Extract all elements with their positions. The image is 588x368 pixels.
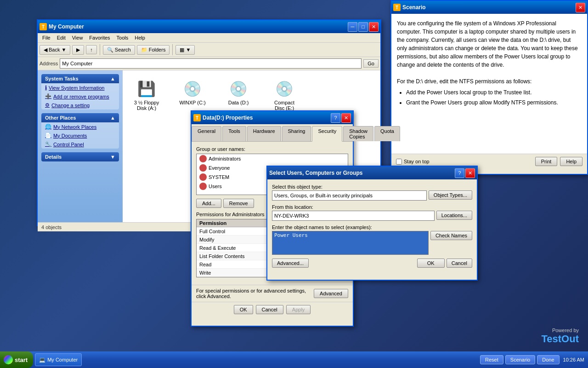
tab-sharing[interactable]: Sharing (282, 126, 311, 141)
drive-e-icon: 💿 (273, 78, 295, 100)
data-properties-titlebar[interactable]: T Data(D:) Properties ? ✕ (192, 111, 353, 124)
scenario-body: You are configuring the file system of a… (391, 14, 587, 154)
everyone-icon (199, 164, 207, 172)
sidebar-network[interactable]: 🌐 My Network Places (41, 122, 119, 131)
object-types-button[interactable]: Object Types... (429, 190, 472, 200)
start-button[interactable]: start (0, 351, 33, 368)
help-button[interactable]: Help (560, 157, 582, 166)
remove-button[interactable]: Remove (223, 199, 254, 208)
stay-on-top-checkbox[interactable] (396, 159, 402, 165)
names-textarea[interactable]: Power Users (272, 231, 429, 255)
scenario-titlebar[interactable]: T Scenario ✕ (391, 1, 587, 14)
data-properties-icon: T (193, 114, 201, 121)
menu-bar: File Edit View Favorites Tools Help (38, 33, 380, 43)
drive-e[interactable]: 💿 CompactDisc (E:) (266, 76, 303, 113)
data-props-help-button[interactable]: ? (331, 113, 340, 123)
object-type-input[interactable] (272, 190, 427, 201)
scenario-instructions: For the D:\ drive, edit the NTFS permiss… (397, 77, 582, 86)
my-computer-icon: T (40, 23, 47, 30)
advanced-select-button[interactable]: Advanced... (272, 259, 309, 268)
sidebar-documents[interactable]: 📄 My Documents (41, 131, 119, 140)
system-tasks-header[interactable]: System Tasks ▲ (41, 74, 119, 83)
sidebar-control-panel[interactable]: 🔧 Control Panel (41, 140, 119, 149)
back-button[interactable]: ◀ Back ▼ (40, 45, 70, 55)
administrators-icon (199, 155, 207, 162)
scenario-close-button[interactable]: ✕ (576, 3, 585, 12)
data-props-close-button[interactable]: ✕ (341, 113, 351, 123)
done-button[interactable]: Done (537, 355, 559, 364)
select-users-cancel-button[interactable]: Cancel (447, 259, 472, 268)
scenario-button[interactable]: Scenario (505, 355, 535, 364)
taskbar-computer-icon: 💻 (39, 357, 45, 363)
menu-edit[interactable]: Edit (54, 34, 68, 41)
print-button[interactable]: Print (535, 157, 558, 166)
sidebar-view-system[interactable]: ℹ View System Information (41, 83, 119, 92)
maximize-button[interactable]: □ (358, 22, 368, 32)
scenario-buttons: Print Help (535, 157, 582, 166)
scenario-bullet-1: Add the Power Users local group to the T… (406, 88, 582, 97)
names-label: Enter the object names to select (exampl… (272, 224, 472, 230)
select-users-help-button[interactable]: ? (455, 168, 464, 178)
up-button[interactable]: ↑ (86, 45, 97, 54)
sidebar: System Tasks ▲ ℹ View System Information… (38, 70, 123, 222)
my-computer-titlebar[interactable]: T My Computer ─ □ ✕ (38, 20, 380, 33)
scenario-controls: ✕ (576, 3, 585, 12)
list-item-administrators[interactable]: Administrators (197, 154, 348, 163)
data-props-ok-button[interactable]: OK (234, 305, 253, 314)
desktop: T My Computer ─ □ ✕ File Edit View Favor… (0, 0, 588, 368)
reset-button[interactable]: Reset (480, 355, 503, 364)
folders-button[interactable]: 📁 Folders (137, 45, 170, 55)
close-button[interactable]: ✕ (369, 22, 379, 32)
check-names-button[interactable]: Check Names (430, 231, 472, 240)
select-users-dialog: Select Users, Computers or Groups ? ✕ Se… (266, 166, 478, 281)
scenario-bullets: Add the Power Users local group to the T… (397, 88, 582, 107)
forward-button[interactable]: ▶ (72, 45, 84, 55)
object-type-group: Select this object type: Object Types... (272, 184, 472, 201)
drive-c[interactable]: 💿 WINXP (C:) (174, 76, 211, 113)
system-icon (199, 173, 207, 181)
details-header[interactable]: Details ▼ (41, 152, 119, 161)
add-button[interactable]: Add... (196, 199, 221, 208)
out-text: Out (561, 333, 579, 345)
menu-favorites[interactable]: Favorites (86, 34, 113, 41)
stay-on-top-label[interactable]: Stay on top (396, 159, 430, 165)
data-props-cancel-button[interactable]: Cancel (256, 305, 283, 314)
menu-help[interactable]: Help (132, 34, 148, 41)
drive-floppy[interactable]: 💾 3 ½ FloppyDisk (A:) (128, 76, 165, 113)
go-button[interactable]: Go (363, 59, 379, 68)
drive-d-label: Data (D:) (228, 100, 249, 105)
tab-quota[interactable]: Quota (374, 126, 400, 141)
tab-tools[interactable]: Tools (222, 126, 246, 141)
other-places-section: Other Places ▲ 🌐 My Network Places 📄 My … (41, 113, 119, 149)
address-input[interactable] (60, 58, 362, 69)
advanced-button[interactable]: Advanced (314, 289, 348, 298)
sidebar-change-setting[interactable]: ⚙ Change a setting (41, 101, 119, 109)
back-arrow-icon: ◀ (44, 47, 47, 53)
system-tasks-section: System Tasks ▲ ℹ View System Information… (41, 74, 119, 109)
testout-branding: Powered by TestOut (542, 328, 579, 345)
select-users-controls: ? ✕ (455, 168, 475, 178)
data-props-apply-button[interactable]: Apply (286, 305, 311, 314)
tab-shadow-copies[interactable]: Shadow Copies (343, 126, 373, 141)
tab-general[interactable]: General (192, 126, 221, 141)
tab-security[interactable]: Security (312, 126, 342, 142)
select-users-close-button[interactable]: ✕ (465, 168, 475, 178)
chevron-up-icon2: ▲ (110, 115, 115, 121)
views-button[interactable]: ▦ ▼ (175, 45, 195, 55)
menu-file[interactable]: File (40, 34, 53, 41)
location-input[interactable] (272, 211, 435, 221)
drive-d[interactable]: 💿 Data (D:) (220, 76, 257, 113)
search-button[interactable]: 🔍 Search (103, 45, 135, 55)
taskbar-my-computer[interactable]: 💻 My Computer (35, 353, 82, 366)
locations-button[interactable]: Locations... (436, 211, 472, 220)
minimize-button[interactable]: ─ (348, 22, 357, 32)
sidebar-add-remove[interactable]: ➕ Add or remove programs (41, 92, 119, 101)
network-icon: 🌐 (45, 124, 51, 130)
other-places-header[interactable]: Other Places ▲ (41, 113, 119, 122)
select-users-titlebar[interactable]: Select Users, Computers or Groups ? ✕ (267, 167, 477, 179)
tab-hardware[interactable]: Hardware (247, 126, 281, 141)
select-users-ok-button[interactable]: OK (417, 259, 445, 268)
scenario-icon: T (393, 4, 401, 11)
menu-tools[interactable]: Tools (114, 34, 131, 41)
menu-view[interactable]: View (69, 34, 86, 41)
